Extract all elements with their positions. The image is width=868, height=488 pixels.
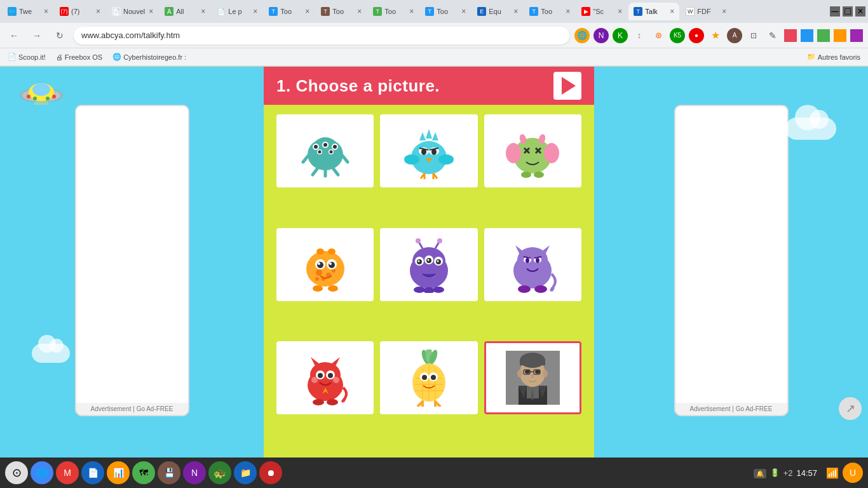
tab-7[interactable]: (7) (7) × [55, 3, 105, 20]
taskbar-gmail-icon[interactable]: M [56, 461, 79, 484]
minimize-button[interactable]: ─ [830, 6, 840, 17]
svg-point-56 [316, 269, 322, 276]
bookmark-scoop[interactable]: 📄 Scoop.it! [5, 51, 48, 62]
onenote-icon[interactable]: N [593, 28, 609, 43]
browser-chrome: 🐦 Twe × (7) (7) × 📄 Nouvel × A All × 📄 L… [0, 0, 868, 67]
taskbar-onenote-icon[interactable]: N [183, 461, 206, 484]
tab-twe[interactable]: 🐦 Twe × [3, 3, 53, 20]
tab-fdf[interactable]: W FDF × [681, 3, 731, 20]
reload-button[interactable]: ↻ [51, 27, 69, 44]
tab-favicon-too2: T [321, 7, 330, 16]
taskbar-sheets-icon[interactable]: 📊 [107, 461, 130, 484]
tab-favicon-all: A [165, 7, 173, 16]
kaspersky2-icon[interactable]: K5 [670, 28, 685, 43]
tab-too4[interactable]: T Too × [420, 3, 471, 20]
tab-close-too3[interactable]: × [409, 7, 414, 16]
back-button[interactable]: ← [5, 27, 23, 44]
tab-equ[interactable]: E Equ × [472, 3, 523, 20]
taskbar-start-button[interactable]: ⊙ [5, 461, 28, 484]
taskbar-drive-icon[interactable]: 💾 [158, 461, 180, 484]
bookmark-autres-label: Autres favoris [818, 53, 860, 61]
bookmark-freebox[interactable]: 🖨 Freebox OS [53, 52, 105, 62]
taskbar-docs-icon[interactable]: 📄 [81, 461, 104, 484]
svg-point-80 [427, 259, 429, 261]
tab-sc[interactable]: ▶ "Sc × [576, 3, 627, 20]
tab-close-too2[interactable]: × [357, 7, 362, 16]
svg-point-63 [317, 262, 323, 268]
tab-close-too5[interactable]: × [566, 7, 570, 16]
bookmark-autres[interactable]: 📁 Autres favoris [804, 51, 863, 62]
tab-close-sc[interactable]: × [618, 7, 622, 16]
taskbar-record-icon[interactable]: ⏺ [259, 461, 282, 484]
monster-cell-4[interactable] [276, 228, 374, 301]
tab-bar: 🐦 Twe × (7) (7) × 📄 Nouvel × A All × 📄 L… [0, 0, 868, 23]
tab-close-talk[interactable]: × [670, 7, 674, 16]
tab-close-7[interactable]: × [96, 7, 100, 16]
tab-too1[interactable]: T Too × [264, 3, 315, 20]
svg-point-70 [328, 285, 338, 292]
taskbar-wifi-icon[interactable]: 📶 [826, 467, 839, 479]
tab-lep[interactable]: 📄 Le p × [212, 3, 262, 20]
taskbar-notification-icon[interactable]: 🔔 [754, 469, 766, 478]
tab-too3[interactable]: T Too × [368, 3, 419, 20]
url-input[interactable] [74, 27, 569, 44]
svg-marker-27 [419, 132, 426, 140]
monster-cell-9[interactable] [484, 341, 581, 414]
svg-point-105 [310, 362, 341, 388]
taskbar-folder-icon[interactable]: 📁 [234, 461, 257, 484]
taskbar-chrome-icon[interactable]: 🌐 [31, 461, 53, 484]
svg-marker-29 [432, 132, 438, 140]
tab-close-lep[interactable]: × [253, 7, 257, 16]
taskbar-turtle-icon[interactable]: 🐢 [208, 461, 231, 484]
sync-icon[interactable]: ↕ [632, 28, 647, 43]
svg-point-65 [318, 262, 320, 265]
rss-icon[interactable]: ⊛ [651, 28, 666, 43]
scroll-arrow-icon[interactable]: ↗ [839, 397, 862, 420]
cast-icon[interactable]: ⊡ [746, 28, 761, 43]
maximize-button[interactable]: □ [843, 6, 853, 17]
pencil-icon[interactable]: ✎ [765, 28, 780, 43]
forward-button[interactable]: → [28, 27, 46, 44]
tab-talk[interactable]: T Talk × [628, 3, 679, 20]
star-icon[interactable]: ★ [708, 28, 723, 43]
svg-point-4 [27, 95, 31, 98]
tab-close-too4[interactable]: × [461, 7, 466, 16]
taskbar-maps-icon[interactable]: 🗺 [132, 461, 155, 484]
tab-nouvel[interactable]: 📄 Nouvel × [107, 3, 158, 20]
tab-favicon-twe: 🐦 [8, 7, 17, 16]
monster-cell-8[interactable] [380, 341, 477, 414]
monster-cell-6[interactable] [484, 228, 581, 301]
svg-point-21 [329, 150, 332, 153]
bookmark-cyber[interactable]: 🌐 Cyberhistoiregeo.fr : [110, 51, 189, 62]
monster-cell-5[interactable] [380, 228, 477, 301]
play-triangle-icon [562, 77, 576, 95]
monster-cell-3[interactable] [484, 114, 581, 187]
kaspersky-icon[interactable]: K [613, 28, 628, 43]
taskbar-user-avatar[interactable]: U [843, 463, 863, 483]
play-button[interactable] [553, 72, 581, 100]
tab-label-lep: Le p [228, 8, 249, 15]
tab-too5[interactable]: T Too × [524, 3, 575, 20]
tab-close-fdf[interactable]: × [722, 7, 726, 16]
close-button[interactable]: × [855, 6, 865, 17]
color4-icon [834, 29, 846, 42]
monster-cell-1[interactable] [276, 114, 374, 187]
svg-line-24 [334, 169, 338, 175]
tab-close-nouvel[interactable]: × [149, 7, 153, 16]
tab-close-twe[interactable]: × [44, 7, 48, 16]
tab-favicon-7: (7) [60, 7, 69, 16]
taskbar: ⊙ 🌐 M 📄 📊 🗺 💾 N 🐢 📁 ⏺ 🔔 🔋 +2 14:57 📶 U [0, 458, 868, 488]
tab-close-all[interactable]: × [201, 7, 205, 16]
tab-close-too1[interactable]: × [305, 7, 309, 16]
tab-too2[interactable]: T Too × [316, 3, 367, 20]
svg-point-46 [544, 143, 559, 163]
tab-close-equ[interactable]: × [513, 7, 518, 16]
tab-favicon-fdf: W [686, 7, 695, 16]
tab-all[interactable]: A All × [159, 3, 210, 20]
abcya-icon[interactable]: A [727, 28, 742, 43]
addon1-icon[interactable]: ● [689, 28, 704, 43]
svg-point-79 [417, 261, 419, 262]
monster-cell-2[interactable] [380, 114, 477, 187]
monster-cell-7[interactable] [276, 341, 374, 414]
taskbar-plus2-badge: +2 [783, 468, 793, 478]
